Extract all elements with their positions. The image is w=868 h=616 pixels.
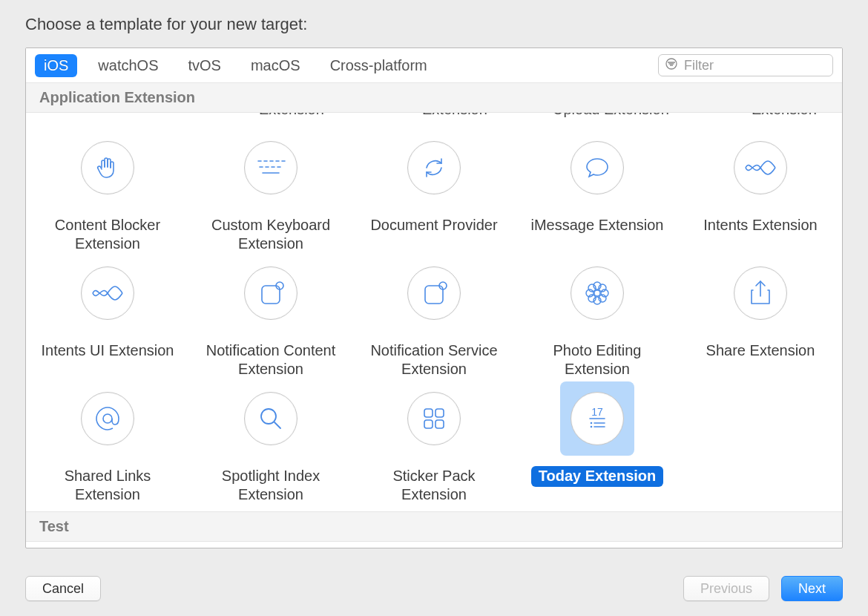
cancel-button[interactable]: Cancel — [25, 576, 101, 601]
template-label: Photo Editing Extension — [520, 341, 674, 380]
next-button[interactable]: Next — [781, 576, 843, 601]
tab-macos[interactable]: macOS — [242, 54, 309, 77]
template-label: Share Extension — [699, 341, 823, 361]
calendar-list-icon: 17 — [571, 392, 624, 445]
template-content-blocker[interactable]: Content Blocker Extension — [26, 131, 189, 256]
footer-buttons: Cancel Previous Next — [25, 576, 843, 603]
flower-icon — [571, 266, 624, 320]
tab-watchos[interactable]: watchOS — [89, 54, 167, 77]
svg-rect-31 — [424, 409, 433, 417]
template-intents-ui[interactable]: Intents UI Extension — [26, 256, 189, 381]
ghost-label-4: Extension — [752, 113, 817, 118]
ghost-label-1: Extension — [259, 113, 324, 118]
hand-icon — [81, 141, 134, 194]
svg-point-39 — [591, 426, 593, 428]
clipped-previous-row: Extension Extension Upload Extension Ext… — [26, 113, 842, 123]
sync-arrows-icon — [407, 141, 461, 194]
template-label: Sticker Pack Extension — [357, 466, 511, 505]
template-share[interactable]: Share Extension — [679, 256, 842, 381]
template-label: Notification Service Extension — [357, 341, 511, 380]
page-title: Choose a template for your new target: — [25, 15, 307, 34]
svg-text:17: 17 — [591, 406, 603, 418]
template-label: iMessage Extension — [524, 215, 671, 236]
filter-icon — [665, 57, 678, 73]
svg-rect-34 — [435, 420, 444, 428]
template-notification-service[interactable]: Notification Service Extension — [352, 256, 516, 381]
template-imessage[interactable]: iMessage Extension — [516, 131, 679, 256]
template-label: Custom Keyboard Extension — [194, 215, 348, 255]
stickers-grid-icon — [407, 392, 461, 445]
svg-point-29 — [261, 409, 276, 424]
tab-cross-platform[interactable]: Cross-platform — [321, 54, 436, 77]
siri-waves-icon — [734, 141, 787, 194]
template-label: Spotlight Index Extension — [194, 466, 348, 505]
template-sticker-pack[interactable]: Sticker Pack Extension — [352, 381, 516, 507]
template-label: Intents UI Extension — [34, 341, 182, 361]
templates-grid: Content Blocker Extension Custom Keyboar… — [26, 123, 842, 507]
tab-ios[interactable]: iOS — [35, 54, 77, 77]
template-label: Intents Extension — [696, 215, 824, 236]
filter-field[interactable] — [658, 54, 833, 76]
svg-line-30 — [274, 422, 280, 428]
template-document-provider[interactable]: Document Provider — [352, 131, 516, 256]
svg-rect-32 — [435, 409, 444, 417]
filter-input[interactable] — [683, 57, 843, 74]
notification-badge-icon — [407, 266, 461, 320]
template-label: Shared Links Extension — [30, 466, 185, 505]
ghost-label-3: Upload Extension — [553, 113, 669, 118]
templates-scrollview[interactable]: Application Extension Extension Extensio… — [26, 82, 842, 548]
templates-panel: iOS watchOS tvOS macOS Cross-platform Ap… — [25, 47, 843, 548]
template-spotlight[interactable]: Spotlight Index Extension — [189, 381, 352, 507]
magnifier-icon — [244, 392, 297, 445]
keyboard-icon — [244, 141, 297, 194]
svg-point-18 — [594, 290, 600, 296]
template-intents[interactable]: Intents Extension — [679, 131, 842, 256]
previous-button[interactable]: Previous — [683, 576, 769, 601]
at-sign-icon — [81, 392, 134, 445]
chat-bubble-icon — [571, 141, 624, 194]
template-shared-links[interactable]: Shared Links Extension — [26, 381, 189, 507]
section-application-extension: Application Extension — [26, 82, 842, 113]
ghost-label-2: Extension — [422, 113, 487, 118]
svg-rect-33 — [424, 420, 433, 428]
template-custom-keyboard[interactable]: Custom Keyboard Extension — [189, 131, 352, 256]
notification-badge-icon — [244, 266, 297, 320]
template-label: Notification Content Extension — [194, 341, 348, 380]
share-icon — [734, 266, 787, 320]
template-label: Today Extension — [531, 466, 664, 487]
platform-tabs: iOS watchOS tvOS macOS Cross-platform — [26, 48, 842, 82]
svg-point-37 — [591, 422, 593, 425]
tab-tvos[interactable]: tvOS — [180, 54, 230, 77]
template-label: Content Blocker Extension — [30, 215, 185, 255]
svg-point-28 — [103, 414, 112, 423]
selection-highlight: 17 — [560, 381, 634, 456]
template-chooser-window: Choose a template for your new target: i… — [0, 0, 868, 616]
template-photo-editing[interactable]: Photo Editing Extension — [516, 256, 679, 381]
template-label: Document Provider — [363, 215, 504, 236]
siri-waves-icon — [81, 266, 134, 320]
section-test: Test — [26, 511, 842, 542]
template-today[interactable]: 17 Today Extension — [516, 381, 679, 507]
template-notification-content[interactable]: Notification Content Extension — [189, 256, 352, 381]
template-empty-slot — [679, 381, 842, 507]
